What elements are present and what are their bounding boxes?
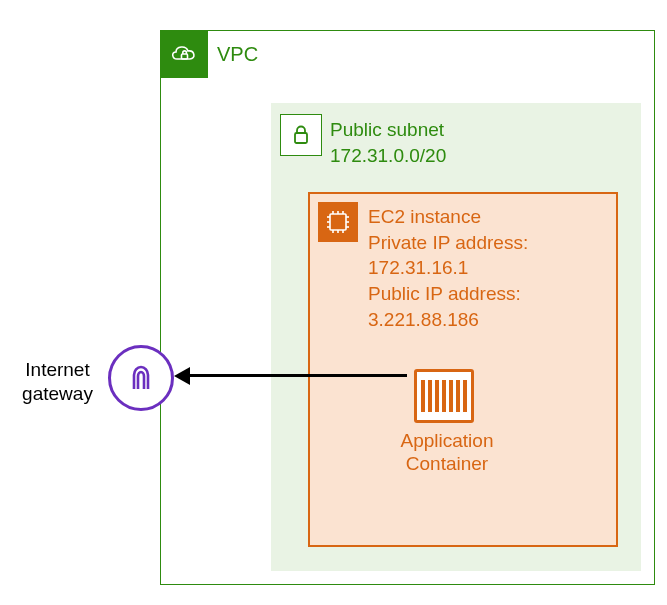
igw-label-line2: gateway bbox=[22, 383, 93, 404]
ec2-labels: EC2 instance Private IP address: 172.31.… bbox=[368, 204, 528, 332]
container-label-line2: Container bbox=[406, 453, 488, 474]
vpc-label: VPC bbox=[217, 43, 258, 66]
ec2-pub-ip-label: Public IP address: bbox=[368, 281, 528, 307]
vpc-cloud-lock-icon bbox=[160, 30, 208, 78]
subnet-title: Public subnet bbox=[330, 117, 446, 143]
ec2-chip-icon bbox=[318, 202, 358, 242]
internet-gateway-icon bbox=[108, 345, 174, 411]
ec2-title: EC2 instance bbox=[368, 204, 528, 230]
ec2-instance-box: EC2 instance Private IP address: 172.31.… bbox=[308, 192, 618, 547]
public-subnet-box: Public subnet 172.31.0.0/20 bbox=[271, 103, 641, 571]
subnet-labels: Public subnet 172.31.0.0/20 bbox=[330, 117, 446, 168]
subnet-lock-icon bbox=[280, 114, 322, 156]
svg-rect-1 bbox=[295, 133, 307, 143]
subnet-cidr: 172.31.0.0/20 bbox=[330, 143, 446, 169]
ec2-pub-ip-value: 3.221.88.186 bbox=[368, 307, 528, 333]
ec2-priv-ip-label: Private IP address: bbox=[368, 230, 528, 256]
ec2-priv-ip-value: 172.31.16.1 bbox=[368, 255, 528, 281]
container-label-line1: Application bbox=[401, 430, 494, 451]
traffic-arrow-line bbox=[184, 374, 407, 377]
traffic-arrow-head-icon bbox=[174, 367, 190, 385]
igw-label-line1: Internet bbox=[25, 359, 89, 380]
svg-rect-0 bbox=[182, 54, 188, 59]
container-icon bbox=[414, 369, 474, 423]
internet-gateway-label: Internet gateway bbox=[10, 358, 105, 406]
architecture-diagram: VPC Public subnet 172.31.0.0/20 bbox=[0, 0, 667, 605]
svg-rect-2 bbox=[330, 214, 346, 230]
vpc-box: VPC Public subnet 172.31.0.0/20 bbox=[160, 30, 655, 585]
container-label: Application Container bbox=[392, 430, 502, 476]
